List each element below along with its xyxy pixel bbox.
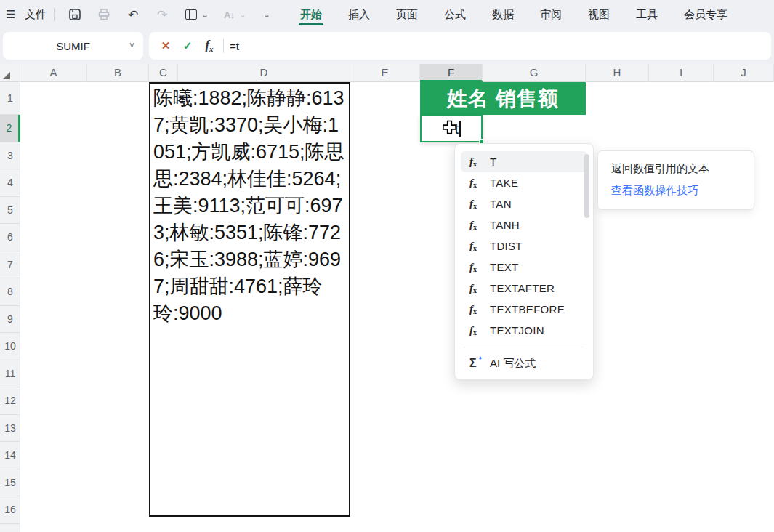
dropdown-divider <box>464 347 584 347</box>
function-item-T[interactable]: fxT <box>461 151 587 172</box>
formula-bar[interactable]: ✕ ✓ fx =t <box>149 32 771 60</box>
edit-cell-value: t <box>454 121 459 137</box>
column-header-C[interactable]: C <box>149 64 178 82</box>
column-header-D[interactable]: D <box>178 64 350 82</box>
fx-icon: fx <box>469 240 485 252</box>
fx-icon: fx <box>469 156 485 168</box>
text-caret <box>459 121 461 137</box>
undo-icon[interactable]: ↶ <box>124 6 142 23</box>
function-help-link[interactable]: 查看函数操作技巧 <box>611 184 741 198</box>
column-header-H[interactable]: H <box>586 64 649 82</box>
column-header-A[interactable]: A <box>20 64 87 82</box>
column-header-I[interactable]: I <box>649 64 714 82</box>
row-header-15[interactable]: 15 <box>0 469 20 497</box>
function-item-TDIST[interactable]: fxTDIST <box>461 235 587 257</box>
column-header-B[interactable]: B <box>87 64 149 82</box>
tab-会员专享[interactable]: 会员专享 <box>684 0 727 29</box>
function-item-label: TANH <box>490 219 520 231</box>
row-header-3[interactable]: 3 <box>0 142 20 170</box>
function-item-label: TEXT <box>490 261 519 273</box>
tab-视图[interactable]: 视图 <box>588 0 610 29</box>
row-header-17[interactable]: 17 <box>0 524 20 532</box>
function-item-TEXT[interactable]: fxTEXT <box>461 257 587 278</box>
column-header-row: ABCDEFGHIJ <box>0 64 774 82</box>
hamburger-menu-icon[interactable]: ☰ <box>6 8 20 21</box>
row-header-6[interactable]: 6 <box>0 224 20 251</box>
row-header-5[interactable]: 5 <box>0 197 20 225</box>
row-header-8[interactable]: 8 <box>0 278 20 306</box>
insert-function-icon[interactable]: fx <box>198 38 220 53</box>
column-header-J[interactable]: J <box>714 64 774 82</box>
confirm-entry-icon[interactable]: ✓ <box>177 39 198 52</box>
row-header-12[interactable]: 12 <box>0 387 20 415</box>
borders-icon[interactable] <box>182 6 200 23</box>
name-box-chevron-icon[interactable]: ˅ <box>129 41 134 51</box>
ai-formula-icon: Σ✦ <box>469 357 485 370</box>
function-item-TAN[interactable]: fxTAN <box>461 193 587 214</box>
column-header-G[interactable]: G <box>483 64 586 82</box>
row-header-9[interactable]: 9 <box>0 306 20 334</box>
toolbar-more-icon[interactable]: ⌄ <box>258 6 275 23</box>
row-header-16[interactable]: 16 <box>0 496 20 524</box>
name-box[interactable]: SUMIF ˅ <box>3 32 143 60</box>
fx-icon: fx <box>469 219 485 231</box>
formula-bar-row: SUMIF ˅ ✕ ✓ fx =t <box>0 29 774 64</box>
sort-dropdown-icon[interactable]: ⌄ <box>239 6 246 23</box>
borders-dropdown-icon[interactable]: ⌄ <box>201 6 209 23</box>
tab-数据[interactable]: 数据 <box>492 0 514 29</box>
function-autocomplete-dropdown: fxTfxTAKEfxTANfxTANHfxTDISTfxTEXTfxTEXTA… <box>454 143 594 380</box>
function-tooltip: 返回数值引用的文本 查看函数操作技巧 <box>597 150 754 210</box>
column-header-E[interactable]: E <box>350 64 420 82</box>
row-header-4[interactable]: 4 <box>0 169 20 197</box>
function-list: fxTfxTAKEfxTANfxTANHfxTDISTfxTEXTfxTEXTA… <box>455 151 593 341</box>
cancel-entry-icon[interactable]: ✕ <box>155 39 177 52</box>
name-box-value: SUMIF <box>56 40 90 52</box>
formula-input[interactable]: =t <box>230 40 239 52</box>
row-header-10[interactable]: 10 <box>0 333 20 360</box>
ribbon-tabs: 开始插入页面公式数据审阅视图工具会员专享 <box>300 0 754 29</box>
editing-cell-f2[interactable]: t <box>420 115 483 142</box>
sort-icon[interactable]: A↓ <box>220 6 238 23</box>
save-icon[interactable] <box>66 6 84 23</box>
function-item-TAKE[interactable]: fxTAKE <box>461 172 587 193</box>
tab-页面[interactable]: 页面 <box>396 0 418 29</box>
row-header-11[interactable]: 11 <box>0 360 20 388</box>
tab-审阅[interactable]: 审阅 <box>540 0 562 29</box>
cell-text-box[interactable]: 陈曦:1882;陈静静:6137;黄凯:3370;吴小梅:1051;方凯威:67… <box>149 82 350 517</box>
toolbar-divider <box>54 8 55 21</box>
dropdown-scrollbar[interactable] <box>584 154 589 218</box>
print-icon[interactable] <box>95 6 113 23</box>
sheet-grid[interactable]: 1234567891011121314151617 陈曦:1882;陈静静:61… <box>0 82 774 532</box>
fx-icon: fx <box>469 261 485 273</box>
tab-工具[interactable]: 工具 <box>636 0 658 29</box>
function-item-label: T <box>490 156 496 168</box>
redo-icon[interactable]: ↷ <box>153 6 171 23</box>
fx-icon: fx <box>469 198 485 210</box>
tab-插入[interactable]: 插入 <box>348 0 370 29</box>
ai-formula-item[interactable]: Σ✦ AI 写公式 <box>461 352 587 375</box>
ai-formula-label: AI 写公式 <box>490 357 536 371</box>
row-headers: 1234567891011121314151617 <box>0 82 20 532</box>
select-all-corner[interactable] <box>0 64 20 82</box>
function-item-label: TAKE <box>490 177 518 189</box>
row-header-13[interactable]: 13 <box>0 415 20 443</box>
function-item-label: TEXTAFTER <box>490 282 555 294</box>
tab-开始[interactable]: 开始 <box>300 0 322 29</box>
select-all-triangle-icon <box>3 72 10 79</box>
file-menu-button[interactable]: 文件 <box>25 8 47 22</box>
merged-header-cell-f1[interactable]: 姓名 销售额 <box>420 82 586 115</box>
column-header-F[interactable]: F <box>420 64 483 82</box>
row-header-14[interactable]: 14 <box>0 442 20 469</box>
fx-icon: fx <box>469 282 485 294</box>
function-item-TANH[interactable]: fxTANH <box>461 214 587 235</box>
row-header-1[interactable]: 1 <box>0 82 20 115</box>
row-header-2[interactable]: 2 <box>0 115 20 142</box>
function-item-TEXTJOIN[interactable]: fxTEXTJOIN <box>461 320 587 341</box>
function-item-TEXTAFTER[interactable]: fxTEXTAFTER <box>461 278 587 299</box>
function-item-label: TDIST <box>490 240 523 252</box>
tab-公式[interactable]: 公式 <box>444 0 466 29</box>
fx-icon: fx <box>469 177 485 189</box>
formula-bar-divider <box>223 39 224 53</box>
row-header-7[interactable]: 7 <box>0 251 20 279</box>
function-item-TEXTBEFORE[interactable]: fxTEXTBEFORE <box>461 299 587 320</box>
